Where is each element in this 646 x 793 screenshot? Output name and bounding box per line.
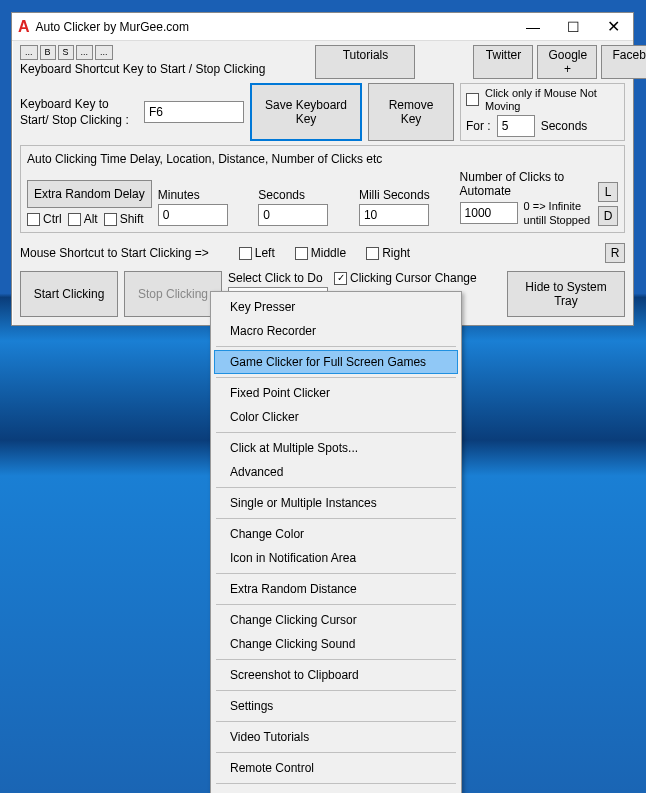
l-button[interactable]: L: [598, 182, 618, 202]
keyboard-key-label2: Start/ Stop Clicking :: [20, 113, 138, 127]
mouse-shortcut-label: Mouse Shortcut to Start Clicking =>: [20, 246, 209, 260]
window-title: Auto Clicker by MurGee.com: [36, 20, 513, 34]
menu-item[interactable]: Change Clicking Cursor: [214, 608, 458, 632]
menu-item[interactable]: Screenshot to Clipboard: [214, 663, 458, 687]
menu-separator: [216, 346, 456, 347]
titlebar: A Auto Clicker by MurGee.com — ☐ ✕: [12, 13, 633, 41]
remove-key-button[interactable]: Remove Key: [368, 83, 454, 141]
for-label: For :: [466, 119, 491, 133]
googleplus-button[interactable]: Google +: [537, 45, 597, 79]
shift-checkbox[interactable]: Shift: [104, 212, 144, 226]
menu-separator: [216, 377, 456, 378]
save-keyboard-key-button[interactable]: Save Keyboard Key: [250, 83, 362, 141]
for-seconds-input[interactable]: [497, 115, 535, 137]
mini-toolbar-button[interactable]: ...: [95, 45, 113, 60]
app-window: A Auto Clicker by MurGee.com — ☐ ✕ ...BS…: [11, 12, 634, 326]
mini-toolbar-button[interactable]: S: [58, 45, 74, 60]
menu-item[interactable]: Game Clicker for Full Screen Games: [214, 350, 458, 374]
numclicks-input[interactable]: [460, 202, 518, 224]
seconds-label2: Seconds: [258, 188, 353, 202]
menu-item[interactable]: Remote Control: [214, 756, 458, 780]
ctrl-checkbox[interactable]: Ctrl: [27, 212, 62, 226]
mouse-right-checkbox[interactable]: Right: [366, 246, 410, 260]
minutes-input[interactable]: [158, 204, 228, 226]
app-icon: A: [18, 18, 30, 36]
shortcut-key-input[interactable]: [144, 101, 244, 123]
menu-item[interactable]: Icon in Notification Area: [214, 546, 458, 570]
seconds-label: Seconds: [541, 119, 588, 133]
menu-item[interactable]: Fixed Point Clicker: [214, 381, 458, 405]
ms-label: Milli Seconds: [359, 188, 454, 202]
context-menu: Key PresserMacro RecorderGame Clicker fo…: [210, 291, 462, 793]
menu-item[interactable]: Change Clicking Sound: [214, 632, 458, 656]
seconds-input[interactable]: [258, 204, 328, 226]
menu-item[interactable]: Exit: [214, 787, 458, 793]
facebook-button[interactable]: Facebook: [601, 45, 646, 79]
menu-separator: [216, 690, 456, 691]
d-button[interactable]: D: [598, 206, 618, 226]
window-content: ...BS...... Keyboard Shortcut Key to Sta…: [12, 41, 633, 325]
menu-item[interactable]: Advanced: [214, 460, 458, 484]
twitter-button[interactable]: Twitter: [473, 45, 533, 79]
numclicks-label: Number of Clicks to Automate: [460, 170, 592, 198]
mini-toolbar-button[interactable]: ...: [76, 45, 94, 60]
click-only-checkbox[interactable]: [466, 93, 479, 106]
menu-separator: [216, 604, 456, 605]
start-clicking-button[interactable]: Start Clicking: [20, 271, 118, 317]
mini-toolbar-button[interactable]: ...: [20, 45, 38, 60]
menu-separator: [216, 573, 456, 574]
menu-item[interactable]: Color Clicker: [214, 405, 458, 429]
minutes-label: Minutes: [158, 188, 253, 202]
mouse-left-checkbox[interactable]: Left: [239, 246, 275, 260]
tutorials-button[interactable]: Tutorials: [315, 45, 415, 79]
mini-toolbar: ...BS......: [20, 45, 265, 60]
menu-item[interactable]: Single or Multiple Instances: [214, 491, 458, 515]
select-click-label: Select Click to Do: [228, 271, 328, 285]
menu-item[interactable]: Settings: [214, 694, 458, 718]
menu-separator: [216, 487, 456, 488]
stop-clicking-button[interactable]: Stop Clicking: [124, 271, 222, 317]
cursor-change-checkbox[interactable]: ✓Clicking Cursor Change: [334, 271, 501, 285]
menu-separator: [216, 659, 456, 660]
ms-input[interactable]: [359, 204, 429, 226]
menu-separator: [216, 721, 456, 722]
menu-item[interactable]: Video Tutorials: [214, 725, 458, 749]
minimize-button[interactable]: —: [513, 13, 553, 40]
numclicks-note1: 0 => Infinite: [524, 200, 591, 212]
menu-item[interactable]: Change Color: [214, 522, 458, 546]
mini-toolbar-button[interactable]: B: [40, 45, 56, 60]
timing-group: Auto Clicking Time Delay, Location, Dist…: [20, 145, 625, 233]
menu-item[interactable]: Click at Multiple Spots...: [214, 436, 458, 460]
keyboard-key-label1: Keyboard Key to: [20, 97, 138, 111]
hide-to-tray-button[interactable]: Hide to System Tray: [507, 271, 625, 317]
timing-header: Auto Clicking Time Delay, Location, Dist…: [27, 152, 618, 166]
extra-random-delay-button[interactable]: Extra Random Delay: [27, 180, 152, 208]
menu-item[interactable]: Key Presser: [214, 295, 458, 319]
menu-separator: [216, 518, 456, 519]
keyboard-header: Keyboard Shortcut Key to Start / Stop Cl…: [20, 62, 265, 76]
alt-checkbox[interactable]: Alt: [68, 212, 98, 226]
menu-separator: [216, 432, 456, 433]
r-button[interactable]: R: [605, 243, 625, 263]
mouse-middle-checkbox[interactable]: Middle: [295, 246, 346, 260]
numclicks-note2: untill Stopped: [524, 214, 591, 226]
menu-item[interactable]: Macro Recorder: [214, 319, 458, 343]
maximize-button[interactable]: ☐: [553, 13, 593, 40]
click-only-label: Click only if Mouse Not Moving: [485, 87, 619, 112]
menu-item[interactable]: Extra Random Distance: [214, 577, 458, 601]
menu-separator: [216, 752, 456, 753]
close-button[interactable]: ✕: [593, 13, 633, 40]
menu-separator: [216, 783, 456, 784]
